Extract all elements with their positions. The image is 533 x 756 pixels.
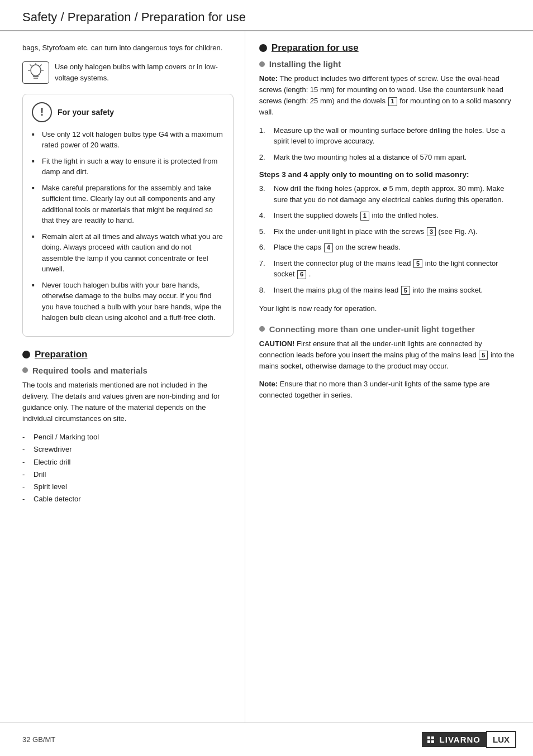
safety-bullet-list: Use only 12 volt halogen bulbs type G4 w… — [32, 129, 224, 323]
safety-bullet-4: Remain alert at all times and always wat… — [32, 231, 224, 275]
safety-bullet-2: Fit the light in such a way to ensure it… — [32, 156, 224, 178]
masonry-step-8: 8. Insert the mains plug of the mains le… — [259, 285, 516, 296]
step-1: 1. Measure up the wall or mounting surfa… — [259, 125, 516, 147]
tool-item-2: Screwdriver — [22, 443, 234, 456]
brand-logo: LIVARNO LUX — [422, 731, 516, 748]
step7-box2: 6 — [297, 270, 306, 279]
bulb-icon — [25, 63, 46, 82]
brand-grid-icon — [427, 736, 434, 743]
svg-line-5 — [30, 64, 32, 66]
prep-dot — [22, 351, 30, 358]
masonry-step-5: 5. Fix the under-unit light in place wit… — [259, 226, 516, 237]
tool-item-1: Pencil / Marking tool — [22, 431, 234, 443]
prep-for-use-heading: Preparation for use — [259, 42, 516, 54]
dowel-num-box: 1 — [388, 97, 397, 106]
svg-line-6 — [40, 64, 42, 66]
tools-list: Pencil / Marking tool Screwdriver Electr… — [22, 431, 234, 505]
page-number: 32 GB/MT — [22, 735, 55, 744]
halogen-note-text: Use only halogen bulbs with lamp covers … — [55, 61, 234, 84]
halogen-note: Use only halogen bulbs with lamp covers … — [22, 61, 234, 84]
tool-item-5: Spirit level — [22, 481, 234, 493]
tool-item-4: Drill — [22, 468, 234, 481]
svg-point-0 — [31, 65, 41, 76]
note-label: Note: — [259, 74, 278, 83]
step6-box: 4 — [324, 243, 333, 252]
caution-label: CAUTION! — [259, 339, 295, 348]
masonry-step-4: 4. Insert the supplied dowels 1 into the… — [259, 210, 516, 221]
ready-text: Your light is now ready for operation. — [259, 303, 516, 314]
caution-box: 5 — [479, 351, 488, 360]
note2-label: Note: — [259, 380, 278, 388]
tool-item-3: Electric drill — [22, 456, 234, 468]
masonry-step-3: 3. Now drill the fixing holes (approx. ø… — [259, 183, 516, 205]
halogen-icon — [22, 61, 49, 84]
safety-bullet-5: Never touch halogen bulbs with your bare… — [32, 280, 224, 323]
safety-header: ! For your safety — [32, 102, 224, 122]
prep-use-dot — [259, 44, 267, 52]
tool-item-6: Cable detector — [22, 493, 234, 505]
page-title: Safety / Preparation / Preparation for u… — [22, 10, 511, 25]
step5-box: 3 — [427, 227, 436, 236]
right-column: Preparation for use Installing the light… — [245, 31, 533, 722]
brand-livarno: LIVARNO — [422, 732, 486, 747]
note-text: Note: The product includes two different… — [259, 73, 516, 118]
connecting-dot — [259, 326, 265, 332]
connecting-heading: Connecting more than one under-unit ligh… — [259, 324, 516, 334]
step-2: 2. Mark the two mounting holes at a dist… — [259, 152, 516, 163]
safety-bullet-1: Use only 12 volt halogen bulbs type G4 w… — [32, 129, 224, 151]
masonry-heading: Steps 3 and 4 apply only to mounting on … — [259, 170, 516, 179]
exclamation-icon: ! — [32, 102, 52, 122]
page-footer: 32 GB/MT LIVARNO LUX — [0, 722, 533, 756]
page: Safety / Preparation / Preparation for u… — [0, 0, 533, 756]
page-header: Safety / Preparation / Preparation for u… — [0, 0, 533, 31]
step4-box: 1 — [360, 212, 369, 221]
brand-lux: LUX — [486, 731, 516, 748]
steps-list: 1. Measure up the wall or mounting surfa… — [259, 125, 516, 163]
masonry-step-7: 7. Insert the connector plug of the main… — [259, 258, 516, 280]
installing-heading: Installing the light — [259, 59, 516, 69]
note2-text: Note: Ensure that no more than 3 under-u… — [259, 379, 516, 401]
intro-text: bags, Styrofoam etc. can turn into dange… — [22, 42, 234, 54]
masonry-step-6: 6. Place the caps 4 on the screw heads. — [259, 242, 516, 253]
required-tools-heading: Required tools and materials — [22, 366, 234, 375]
preparation-heading: Preparation — [22, 349, 234, 360]
left-column: bags, Styrofoam etc. can turn into dange… — [0, 31, 245, 722]
caution-text: CAUTION! First ensure that all the under… — [259, 338, 516, 372]
safety-title: For your safety — [58, 108, 114, 117]
tools-dot — [22, 367, 28, 373]
content-area: bags, Styrofoam etc. can turn into dange… — [0, 31, 533, 722]
safety-box: ! For your safety Use only 12 volt halog… — [22, 94, 234, 337]
installing-dot — [259, 61, 265, 67]
step8-box: 5 — [401, 286, 410, 295]
masonry-steps-list: 3. Now drill the fixing holes (approx. ø… — [259, 183, 516, 295]
tools-body-text: The tools and materials mentioned are no… — [22, 380, 234, 425]
safety-bullet-3: Make careful preparations for the assemb… — [32, 183, 224, 226]
step7-box1: 5 — [413, 259, 422, 268]
